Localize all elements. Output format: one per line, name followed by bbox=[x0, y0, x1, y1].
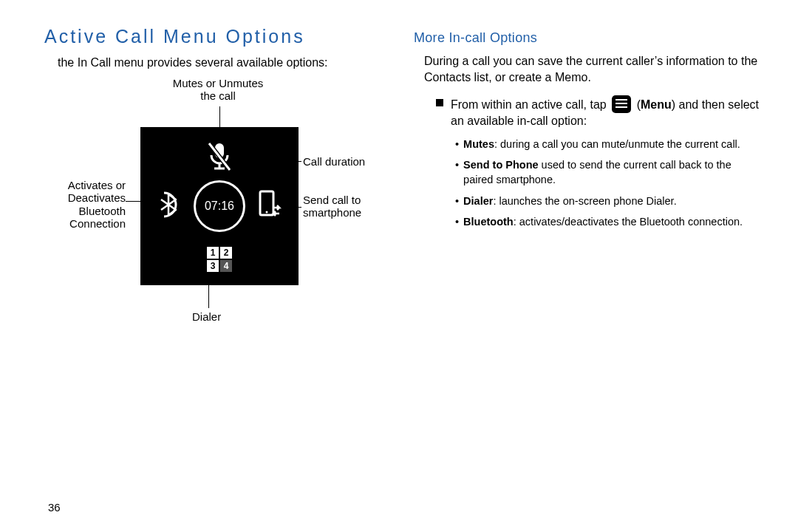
option-desc: : during a call you can mute/unmute the … bbox=[494, 138, 740, 150]
annotation-duration: Call duration bbox=[303, 155, 365, 168]
list-item: • Mutes: during a call you can mute/unmu… bbox=[455, 137, 761, 151]
instruction-step: From within an active call, tap (Menu) a… bbox=[436, 95, 761, 129]
list-item: • Bluetooth: activates/deactivates the B… bbox=[455, 214, 761, 229]
subsection-heading: More In-call Options bbox=[414, 30, 761, 46]
list-item: • Send to Phone used to send the current… bbox=[455, 157, 761, 188]
section-intro: the In Call menu provides several availa… bbox=[58, 56, 384, 69]
section-heading: Active Call Menu Options bbox=[44, 26, 384, 47]
call-duration-display: 07:16 bbox=[194, 180, 245, 232]
watch-screen: 07:16 1234 bbox=[140, 127, 299, 285]
list-item: • Dialer: launches the on-screen phone D… bbox=[455, 194, 761, 208]
option-list: • Mutes: during a call you can mute/unmu… bbox=[455, 137, 761, 229]
option-term: Dialer bbox=[463, 195, 493, 207]
option-desc: : activates/deactivates the Bluetooth co… bbox=[514, 216, 743, 228]
subsection-intro: During a call you can save the current c… bbox=[424, 53, 761, 85]
option-term: Bluetooth bbox=[463, 216, 514, 228]
in-call-diagram: Mutes or Unmutesthe call Activates orDea… bbox=[44, 83, 384, 356]
menu-icon bbox=[612, 95, 631, 113]
annotation-dialer: Dialer bbox=[192, 310, 221, 323]
page-number: 36 bbox=[48, 501, 61, 514]
annotation-mute: Mutes or Unmutesthe call bbox=[159, 77, 277, 103]
option-term: Mutes bbox=[463, 138, 494, 150]
svg-point-6 bbox=[266, 211, 268, 214]
left-column: Active Call Menu Options the In Call men… bbox=[44, 26, 384, 356]
step-text-prefix: From within an active call, tap bbox=[451, 98, 610, 111]
dialer-icon: 1234 bbox=[207, 247, 232, 272]
bluetooth-icon bbox=[154, 188, 183, 224]
send-to-phone-icon bbox=[257, 188, 284, 224]
call-timer-value: 07:16 bbox=[205, 200, 234, 213]
square-bullet-icon bbox=[436, 99, 443, 106]
mute-icon bbox=[205, 140, 234, 176]
annotation-bluetooth: Activates orDeactivatesBluetoothConnecti… bbox=[44, 179, 126, 230]
option-desc: : launches the on-screen phone Dialer. bbox=[493, 195, 676, 207]
option-term: Send to Phone bbox=[463, 159, 539, 171]
menu-word: Menu bbox=[641, 98, 672, 111]
annotation-send: Send call tosmartphone bbox=[303, 194, 361, 219]
right-column: More In-call Options During a call you c… bbox=[414, 26, 761, 356]
